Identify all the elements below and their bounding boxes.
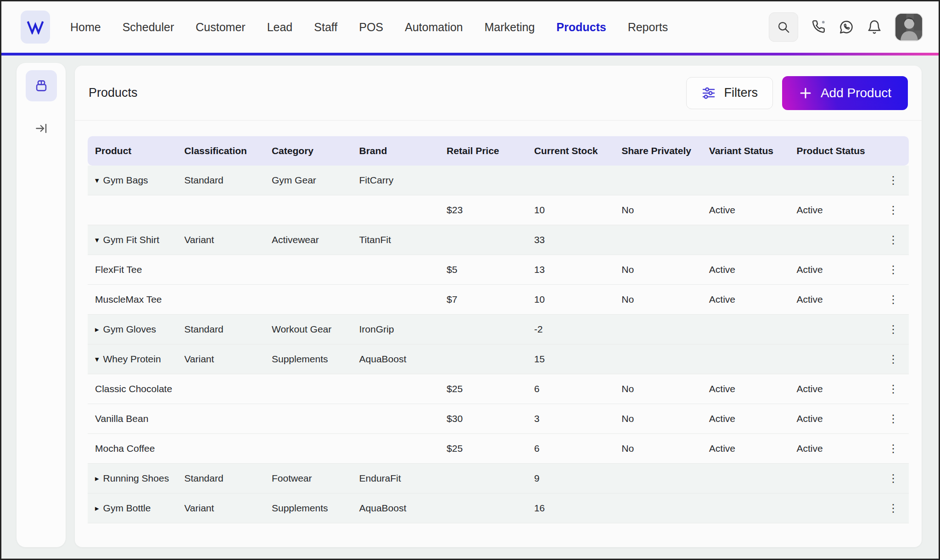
nav-item-customer[interactable]: Customer (196, 21, 245, 34)
cell-classification: Standard (177, 473, 264, 484)
search-button[interactable] (769, 12, 798, 42)
row-menu-button[interactable]: ⋮ (888, 443, 899, 454)
nav-item-pos[interactable]: POS (359, 21, 383, 34)
products-panel: Products Filters Add Product ProductClas… (75, 66, 922, 547)
cell-product-name: Gym Fit Shirt (103, 234, 160, 245)
cell-product: ▸ Running Shoes (88, 473, 177, 484)
row-menu-button[interactable]: ⋮ (888, 324, 899, 335)
table-row[interactable]: Mocha Coffee $25 6 No Active Active ⋮ (88, 434, 909, 464)
cell-brand: AquaBoost (352, 503, 440, 514)
nav-item-products[interactable]: Products (556, 21, 606, 34)
row-menu-button[interactable]: ⋮ (888, 473, 899, 484)
row-menu-button[interactable]: ⋮ (888, 264, 899, 275)
sidebar-expand-button[interactable] (34, 122, 48, 135)
table-row[interactable]: ▸ Gym Bottle Variant Supplements AquaBoo… (88, 493, 909, 523)
filters-button[interactable]: Filters (686, 77, 773, 109)
expander-icon[interactable]: ▾ (95, 236, 99, 244)
cell-product-status: Active (789, 294, 877, 305)
nav-right-tools (769, 12, 923, 42)
cell-current-stock: 13 (527, 264, 615, 275)
cell-share-privately: No (614, 205, 702, 216)
cell-share-privately: No (614, 443, 702, 454)
cell-category: Gym Gear (264, 175, 352, 186)
cell-product: FlexFit Tee (88, 264, 177, 275)
cell-variant-status: Active (702, 264, 789, 275)
bell-icon (867, 19, 882, 35)
add-product-button[interactable]: Add Product (782, 76, 908, 110)
column-header-current-stock: Current Stock (527, 145, 615, 156)
row-menu-button[interactable]: ⋮ (888, 205, 899, 216)
nav-item-staff[interactable]: Staff (314, 21, 337, 34)
table-row[interactable]: Classic Chocolate $25 6 No Active Active… (88, 374, 909, 404)
column-header-brand: Brand (352, 145, 440, 156)
cell-actions: ⋮ (877, 383, 909, 395)
cell-product-name: Vanilla Bean (95, 413, 148, 424)
cell-retail-price: $23 (439, 205, 527, 216)
row-menu-button[interactable]: ⋮ (888, 175, 899, 186)
cell-classification: Standard (177, 175, 264, 186)
cell-variant-status: Active (702, 443, 789, 454)
expander-icon[interactable]: ▾ (95, 177, 99, 184)
table-row[interactable]: ▸ Gym Gloves Standard Workout Gear IronG… (88, 315, 909, 344)
cell-actions: ⋮ (877, 264, 909, 276)
cell-product-name: Mocha Coffee (95, 443, 155, 454)
table-row[interactable]: ▾ Whey Protein Variant Supplements AquaB… (88, 344, 909, 374)
row-menu-button[interactable]: ⋮ (888, 234, 899, 245)
cell-product-status: Active (789, 383, 877, 394)
app-logo[interactable] (21, 11, 50, 44)
nav-item-marketing[interactable]: Marketing (485, 21, 535, 34)
cell-actions: ⋮ (877, 234, 909, 246)
cell-product-name: FlexFit Tee (95, 264, 142, 275)
cell-brand: IronGrip (352, 324, 440, 335)
cell-product-status: Active (789, 443, 877, 454)
nav-item-reports[interactable]: Reports (628, 21, 668, 34)
nav-gradient-divider (1, 53, 939, 55)
phone-calls-button[interactable] (811, 19, 826, 35)
expander-icon[interactable]: ▸ (95, 505, 99, 512)
expander-icon[interactable]: ▸ (95, 475, 99, 482)
row-menu-button[interactable]: ⋮ (888, 503, 899, 514)
cell-actions: ⋮ (877, 324, 909, 335)
cell-product-name: Classic Chocolate (95, 383, 172, 394)
cell-classification: Variant (177, 354, 264, 365)
row-menu-button[interactable]: ⋮ (888, 354, 899, 365)
cell-variant-status: Active (702, 294, 789, 305)
header-actions: Filters Add Product (686, 76, 908, 110)
column-header-category: Category (264, 145, 352, 156)
notifications-button[interactable] (867, 19, 882, 35)
table-row[interactable]: ▾ Gym Bags Standard Gym Gear FitCarry ⋮ (88, 166, 909, 195)
expander-icon[interactable]: ▾ (95, 355, 99, 363)
panel-header: Products Filters Add Product (75, 66, 922, 121)
nav-item-lead[interactable]: Lead (267, 21, 293, 34)
cell-brand: TitanFit (352, 234, 440, 245)
table-row[interactable]: Vanilla Bean $30 3 No Active Active ⋮ (88, 404, 909, 434)
table-row[interactable]: ▸ Running Shoes Standard Footwear Endura… (88, 464, 909, 493)
cell-product: MuscleMax Tee (88, 294, 177, 305)
sidebar-item-products[interactable] (26, 70, 57, 101)
cell-product: ▸ Gym Gloves (88, 324, 177, 335)
filters-sliders-icon (701, 86, 716, 100)
row-menu-button[interactable]: ⋮ (888, 413, 899, 424)
cell-actions: ⋮ (877, 175, 909, 186)
whatsapp-button[interactable] (839, 19, 854, 35)
cell-retail-price: $5 (439, 264, 527, 275)
nav-item-scheduler[interactable]: Scheduler (123, 21, 174, 34)
table-row[interactable]: FlexFit Tee $5 13 No Active Active ⋮ (88, 255, 909, 285)
table-row[interactable]: MuscleMax Tee $7 10 No Active Active ⋮ (88, 285, 909, 315)
page-title: Products (89, 86, 138, 100)
table-row[interactable]: $23 10 No Active Active ⋮ (88, 195, 909, 225)
whatsapp-icon (839, 19, 854, 35)
nav-item-automation[interactable]: Automation (405, 21, 463, 34)
table-row[interactable]: ▾ Gym Fit Shirt Variant Activewear Titan… (88, 225, 909, 255)
search-icon (777, 20, 790, 34)
user-avatar[interactable] (895, 13, 923, 41)
expand-sidebar-icon (34, 122, 48, 135)
expander-icon[interactable]: ▸ (95, 326, 99, 333)
cell-product: ▾ Whey Protein (88, 354, 177, 365)
row-menu-button[interactable]: ⋮ (888, 383, 899, 394)
cell-product-name: Running Shoes (103, 473, 169, 484)
nav-item-home[interactable]: Home (70, 21, 101, 34)
cell-current-stock: 9 (527, 473, 615, 484)
cell-category: Workout Gear (264, 324, 352, 335)
row-menu-button[interactable]: ⋮ (888, 294, 899, 305)
